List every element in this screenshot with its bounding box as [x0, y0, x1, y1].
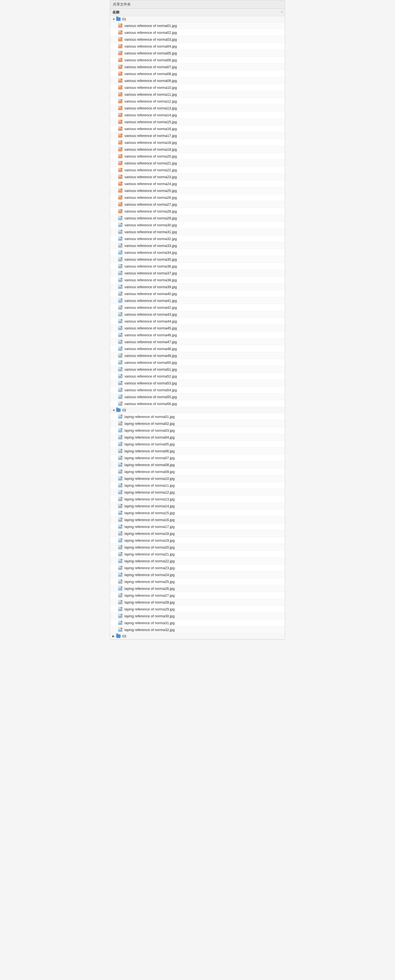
- list-item[interactable]: various reference of norma09.jpg: [110, 77, 285, 84]
- list-item[interactable]: various reference of norma11.jpg: [110, 91, 285, 98]
- list-item[interactable]: laying reference of norma16.jpg: [110, 516, 285, 523]
- list-item[interactable]: various reference of norma55.jpg: [110, 393, 285, 400]
- list-item[interactable]: laying reference of norma05.jpg: [110, 441, 285, 448]
- list-item[interactable]: various reference of norma43.jpg: [110, 311, 285, 318]
- list-item[interactable]: laying reference of norma11.jpg: [110, 482, 285, 489]
- list-item[interactable]: various reference of norma05.jpg: [110, 50, 285, 57]
- list-item[interactable]: laying reference of norma15.jpg: [110, 509, 285, 516]
- list-item[interactable]: various reference of norma46.jpg: [110, 332, 285, 339]
- list-item[interactable]: various reference of norma12.jpg: [110, 98, 285, 105]
- list-item[interactable]: laying reference of norma23.jpg: [110, 565, 285, 571]
- list-item[interactable]: laying reference of norma24.jpg: [110, 571, 285, 578]
- list-item[interactable]: various reference of norma04.jpg: [110, 43, 285, 50]
- list-item[interactable]: various reference of norma52.jpg: [110, 373, 285, 380]
- list-item[interactable]: various reference of norma40.jpg: [110, 290, 285, 297]
- list-item[interactable]: various reference of norma44.jpg: [110, 318, 285, 325]
- list-item[interactable]: various reference of norma34.jpg: [110, 249, 285, 256]
- list-item[interactable]: laying reference of norma20.jpg: [110, 544, 285, 551]
- list-item[interactable]: various reference of norma53.jpg: [110, 380, 285, 387]
- list-item[interactable]: various reference of norma30.jpg: [110, 222, 285, 229]
- list-item[interactable]: laying reference of norma32.jpg: [110, 627, 285, 633]
- list-item[interactable]: various reference of norma47.jpg: [110, 339, 285, 345]
- list-item[interactable]: various reference of norma49.jpg: [110, 352, 285, 359]
- file-icon: [118, 257, 123, 262]
- file-icon: [118, 223, 123, 228]
- list-item[interactable]: various reference of norma13.jpg: [110, 105, 285, 111]
- list-item[interactable]: laying reference of norma13.jpg: [110, 496, 285, 503]
- list-item[interactable]: various reference of norma56.jpg: [110, 400, 285, 407]
- list-item[interactable]: laying reference of norma26.jpg: [110, 585, 285, 592]
- list-item[interactable]: various reference of norma45.jpg: [110, 325, 285, 332]
- list-item[interactable]: laying reference of norma19.jpg: [110, 537, 285, 544]
- list-item[interactable]: laying reference of norma21.jpg: [110, 551, 285, 558]
- list-item[interactable]: various reference of norma08.jpg: [110, 70, 285, 77]
- list-item[interactable]: laying reference of norma14.jpg: [110, 503, 285, 509]
- folder-row-01[interactable]: ▼01: [110, 16, 285, 22]
- list-item[interactable]: laying reference of norma28.jpg: [110, 599, 285, 606]
- list-item[interactable]: various reference of norma50.jpg: [110, 359, 285, 366]
- list-item[interactable]: laying reference of norma02.jpg: [110, 420, 285, 427]
- file-icon: [118, 360, 123, 365]
- list-item[interactable]: various reference of norma24.jpg: [110, 180, 285, 187]
- chevron-icon-03: ▶: [113, 634, 115, 638]
- list-item[interactable]: various reference of norma02.jpg: [110, 29, 285, 36]
- list-item[interactable]: various reference of norma28.jpg: [110, 208, 285, 215]
- list-item[interactable]: various reference of norma10.jpg: [110, 84, 285, 91]
- list-item[interactable]: various reference of norma23.jpg: [110, 173, 285, 180]
- list-item[interactable]: various reference of norma14.jpg: [110, 111, 285, 119]
- list-item[interactable]: laying reference of norma30.jpg: [110, 612, 285, 619]
- list-item[interactable]: various reference of norma32.jpg: [110, 235, 285, 242]
- list-item[interactable]: laying reference of norma27.jpg: [110, 592, 285, 599]
- file-icon: [118, 51, 123, 56]
- list-item[interactable]: various reference of norma29.jpg: [110, 215, 285, 222]
- list-item[interactable]: various reference of norma54.jpg: [110, 387, 285, 393]
- list-item[interactable]: laying reference of norma29.jpg: [110, 606, 285, 612]
- list-item[interactable]: laying reference of norma10.jpg: [110, 475, 285, 482]
- list-item[interactable]: laying reference of norma03.jpg: [110, 427, 285, 434]
- list-item[interactable]: various reference of norma19.jpg: [110, 146, 285, 153]
- list-item[interactable]: laying reference of norma01.jpg: [110, 413, 285, 420]
- list-item[interactable]: various reference of norma48.jpg: [110, 345, 285, 352]
- list-item[interactable]: laying reference of norma17.jpg: [110, 523, 285, 530]
- list-item[interactable]: various reference of norma01.jpg: [110, 22, 285, 29]
- folder-row-03[interactable]: ▶03: [110, 633, 285, 639]
- file-icon: [118, 298, 123, 303]
- list-item[interactable]: various reference of norma35.jpg: [110, 256, 285, 263]
- list-item[interactable]: various reference of norma21.jpg: [110, 160, 285, 167]
- list-item[interactable]: various reference of norma36.jpg: [110, 263, 285, 270]
- list-item[interactable]: various reference of norma38.jpg: [110, 277, 285, 283]
- list-item[interactable]: laying reference of norma25.jpg: [110, 578, 285, 585]
- list-item[interactable]: various reference of norma15.jpg: [110, 119, 285, 126]
- file-icon: [118, 30, 123, 35]
- list-item[interactable]: various reference of norma18.jpg: [110, 139, 285, 146]
- folder-row-02[interactable]: ▼02: [110, 407, 285, 413]
- list-item[interactable]: various reference of norma17.jpg: [110, 132, 285, 139]
- list-item[interactable]: various reference of norma20.jpg: [110, 153, 285, 160]
- list-item[interactable]: various reference of norma16.jpg: [110, 126, 285, 132]
- file-icon: [118, 428, 123, 433]
- list-item[interactable]: laying reference of norma04.jpg: [110, 434, 285, 441]
- file-name-label: various reference of norma18.jpg: [124, 140, 177, 145]
- list-item[interactable]: various reference of norma25.jpg: [110, 187, 285, 194]
- list-item[interactable]: laying reference of norma18.jpg: [110, 530, 285, 537]
- list-item[interactable]: various reference of norma06.jpg: [110, 57, 285, 64]
- list-item[interactable]: laying reference of norma07.jpg: [110, 455, 285, 461]
- list-item[interactable]: laying reference of norma06.jpg: [110, 448, 285, 455]
- list-item[interactable]: various reference of norma22.jpg: [110, 167, 285, 173]
- list-item[interactable]: laying reference of norma08.jpg: [110, 461, 285, 468]
- list-item[interactable]: various reference of norma42.jpg: [110, 304, 285, 311]
- list-item[interactable]: various reference of norma26.jpg: [110, 194, 285, 201]
- list-item[interactable]: various reference of norma31.jpg: [110, 229, 285, 235]
- list-item[interactable]: various reference of norma39.jpg: [110, 283, 285, 290]
- list-item[interactable]: various reference of norma33.jpg: [110, 242, 285, 249]
- list-item[interactable]: laying reference of norma12.jpg: [110, 489, 285, 496]
- list-item[interactable]: laying reference of norma22.jpg: [110, 558, 285, 565]
- list-item[interactable]: various reference of norma07.jpg: [110, 64, 285, 70]
- list-item[interactable]: various reference of norma03.jpg: [110, 36, 285, 43]
- list-item[interactable]: various reference of norma27.jpg: [110, 201, 285, 208]
- list-item[interactable]: laying reference of norma31.jpg: [110, 619, 285, 627]
- list-item[interactable]: various reference of norma41.jpg: [110, 297, 285, 304]
- list-item[interactable]: various reference of norma37.jpg: [110, 270, 285, 277]
- list-item[interactable]: laying reference of norma09.jpg: [110, 468, 285, 475]
- list-item[interactable]: various reference of norma51.jpg: [110, 366, 285, 373]
